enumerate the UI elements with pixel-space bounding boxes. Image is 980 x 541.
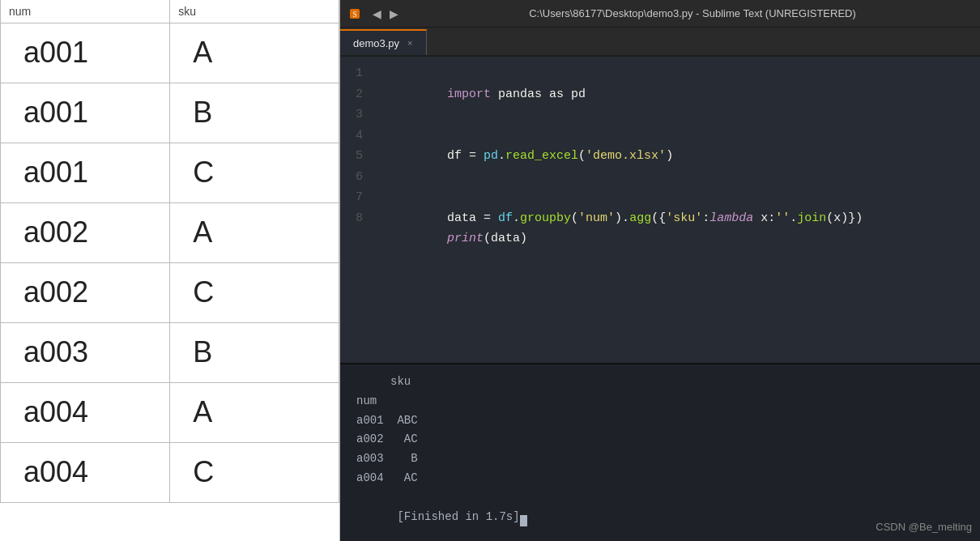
code-line-3 — [374, 104, 972, 126]
terminal-output: sku num a001 ABC a002 AC a003 B a004 AC … — [340, 363, 980, 541]
cell-num-7: a004 — [1, 442, 170, 502]
col-header-num: num — [1, 0, 170, 23]
cell-sku-2: C — [170, 143, 339, 202]
code-line-4: df = pd.read_excel('demo.xlsx') — [374, 126, 972, 147]
terminal-line-1: sku — [356, 373, 964, 392]
cell-num-6: a004 — [1, 382, 170, 442]
terminal-line-7: [Finished in 1.7s] — [356, 488, 964, 541]
terminal-line-5: a003 B — [356, 449, 964, 469]
cell-sku-5: B — [170, 322, 339, 382]
code-line-6 — [374, 167, 972, 188]
col-header-sku: sku — [170, 0, 339, 23]
cell-sku-1: B — [170, 83, 339, 143]
cell-num-1: a001 — [1, 83, 170, 143]
line-numbers: 1 2 3 4 5 6 7 8 — [340, 63, 374, 356]
terminal-line-2: num — [356, 392, 964, 411]
terminal-line-3: a001 ABC — [356, 411, 964, 431]
window-title: C:\Users\86177\Desktop\demo3.py - Sublim… — [413, 7, 972, 19]
cell-num-3: a002 — [1, 202, 170, 262]
sublime-icon: S — [348, 7, 361, 20]
cell-num-5: a003 — [1, 322, 170, 382]
nav-back[interactable]: ◀ — [369, 7, 385, 20]
code-area[interactable]: 1 2 3 4 5 6 7 8 import pandas as pd — [340, 57, 980, 363]
editor-container: S ◀ ▶ C:\Users\86177\Desktop\demo3.py - … — [340, 0, 980, 541]
nav-arrows[interactable]: ◀ ▶ — [369, 7, 402, 20]
title-bar: S ◀ ▶ C:\Users\86177\Desktop\demo3.py - … — [340, 0, 980, 28]
tab-demo3py[interactable]: demo3.py × — [340, 29, 427, 55]
terminal-line-4: a002 AC — [356, 430, 964, 449]
code-editor[interactable]: 1 2 3 4 5 6 7 8 import pandas as pd — [340, 57, 980, 363]
spreadsheet: num sku a001Aa001Ba001Ca002Aa002Ca003Ba0… — [0, 0, 340, 541]
watermark: CSDN @Be_melting — [876, 521, 972, 533]
svg-text:S: S — [352, 10, 357, 19]
tab-close-button[interactable]: × — [407, 38, 412, 48]
cell-sku-0: A — [170, 23, 339, 83]
cell-sku-3: A — [170, 202, 339, 262]
code-lines[interactable]: import pandas as pd df = pd.read_excel('… — [374, 63, 980, 356]
tab-bar: demo3.py × — [340, 28, 980, 57]
nav-forward[interactable]: ▶ — [386, 7, 402, 20]
code-line-7: data = df.groupby('num').agg({'sku':lamb… — [374, 187, 972, 208]
cell-num-4: a002 — [1, 262, 170, 322]
code-line-1: import pandas as pd — [374, 63, 972, 84]
cell-num-0: a001 — [1, 23, 170, 83]
cell-sku-4: C — [170, 262, 339, 322]
terminal-line-6: a004 AC — [356, 469, 964, 488]
cell-num-2: a001 — [1, 143, 170, 202]
cell-sku-7: C — [170, 442, 339, 502]
cell-sku-6: A — [170, 382, 339, 442]
tab-label: demo3.py — [353, 37, 399, 49]
